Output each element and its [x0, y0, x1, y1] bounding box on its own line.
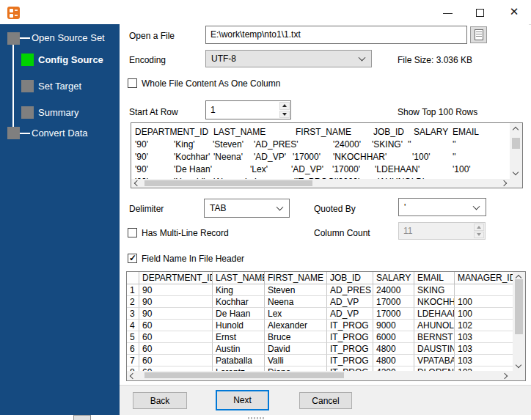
encoding-select[interactable]: UTF-8 — [205, 50, 372, 67]
preview-cell: 'AD_VP' — [254, 151, 286, 163]
column-count-spinner: 11 — [398, 222, 486, 240]
table-header-row: DEPARTMENT_IDLAST_NAMEFIRST_NAMEJOB_IDSA… — [127, 272, 525, 284]
whole-file-checkbox-label: Whole File Content As One Column — [142, 78, 280, 89]
table-header-cell: DEPARTMENT_ID — [139, 272, 213, 284]
preview-cell: 'AD_PRES' — [254, 139, 299, 151]
chevron-down-icon — [359, 54, 366, 62]
quoted-by-select[interactable]: ' — [398, 198, 486, 216]
preview-cell: 'LDEHAAN' — [375, 163, 420, 176]
preview-cell: '17000' — [332, 163, 360, 176]
table-row[interactable]: 460HunoldAlexanderIT_PROG9000AHUNOLD102 — [127, 320, 525, 331]
start-at-row-spinner[interactable]: 1 — [205, 100, 291, 119]
scroll-down-icon[interactable] — [516, 362, 521, 368]
back-button[interactable]: Back — [133, 392, 187, 409]
field-name-checkbox-label: Field Name In File Header — [142, 253, 244, 265]
quoted-by-label: Quoted By — [314, 203, 356, 215]
scroll-right-icon[interactable] — [501, 180, 507, 186]
preview-cell: '100' — [412, 151, 431, 163]
table-cell: 24000 — [373, 284, 414, 296]
file-preview-pane: DEPARTMENT_IDLAST_NAMEFIRST_NAMEJOB_IDSA… — [131, 122, 523, 188]
table-header-cell: JOB_ID — [327, 272, 373, 284]
step-marker-set-target — [21, 80, 34, 92]
spin-down-button[interactable] — [279, 111, 290, 119]
preview-cell: 'AD_VP' — [291, 163, 323, 176]
scroll-up-icon[interactable] — [513, 127, 519, 133]
table-cell: 4800 — [373, 355, 414, 366]
preview-cell: FIRST_NAME — [296, 126, 351, 139]
table-cell: Alexander — [265, 320, 327, 331]
table-header-cell: SALARY — [373, 272, 414, 284]
scroll-left-icon[interactable] — [134, 180, 140, 186]
scroll-down-icon[interactable] — [513, 169, 519, 175]
table-horizontal-scrollbar[interactable] — [127, 371, 513, 380]
multiline-checkbox-label: Has Multi-Line Record — [142, 227, 229, 239]
preview-cell: 'King' — [174, 139, 195, 151]
table-cell: 90 — [139, 284, 213, 296]
preview-cell: 'NKOCHHAR' — [333, 151, 387, 163]
whole-file-checkbox[interactable] — [128, 78, 137, 88]
table-cell: SKING — [414, 284, 455, 296]
table-cell: 3 — [127, 308, 139, 320]
preview-cell: '' — [453, 139, 456, 151]
preview-cell: LAST_NAME — [213, 126, 266, 139]
file-path-input[interactable]: E:\work\temp\nto1\1.txt — [205, 26, 467, 44]
preview-horizontal-scrollbar[interactable] — [131, 179, 510, 188]
app-icon — [7, 7, 20, 19]
delimiter-label: Delimiter — [129, 203, 164, 215]
encoding-label: Encoding — [129, 54, 166, 66]
table-cell: 17000 — [373, 296, 414, 308]
step-marker-open-source-set — [7, 32, 20, 45]
table-row[interactable]: 760PataballaValliIT_PROG4800VPATABAL103 — [127, 355, 525, 366]
table-header-cell: FIRST_NAME — [265, 272, 327, 284]
preview-cell: '' — [408, 139, 411, 151]
table-row[interactable]: 560ErnstBruceIT_PROG6000BERNST103 — [127, 331, 525, 343]
preview-cell: EMAIL — [453, 126, 479, 139]
next-button[interactable]: Next — [216, 390, 269, 410]
sidebar-step-convert-data: Convert Data — [32, 128, 88, 139]
wizard-window: ✕ Open Source SetConfig SourceSet Target… — [0, 0, 531, 420]
scroll-right-icon[interactable] — [502, 373, 508, 379]
background-window-fragment — [248, 417, 266, 419]
field-name-checkbox[interactable] — [128, 254, 137, 263]
maximize-icon[interactable] — [476, 9, 484, 17]
scroll-left-icon[interactable] — [130, 373, 136, 379]
scrollbar-thumb[interactable] — [512, 138, 520, 149]
close-icon[interactable]: ✕ — [508, 6, 520, 18]
table-cell: 60 — [139, 355, 213, 366]
sidebar-step-config-source: Config Source — [38, 54, 103, 66]
step-marker-summary — [21, 106, 34, 119]
table-cell: IT_PROG — [327, 320, 373, 331]
scrollbar-thumb[interactable] — [515, 279, 523, 334]
table-cell: AD_VP — [327, 308, 373, 320]
column-count-value: 11 — [403, 226, 412, 236]
table-cell: 2 — [127, 296, 139, 308]
table-cell: 4800 — [373, 343, 414, 355]
table-row[interactable]: 190KingStevenAD_PRES24000SKING — [127, 284, 525, 296]
table-cell: 9000 — [373, 320, 414, 331]
table-cell: 90 — [139, 296, 213, 308]
title-bar: ✕ — [0, 0, 531, 24]
preview-vertical-scrollbar[interactable] — [510, 123, 522, 179]
browse-file-button[interactable] — [470, 26, 487, 43]
table-row[interactable]: 290KochharNeenaAD_VP17000NKOCHHAR100 — [127, 296, 525, 308]
quoted-by-value: ' — [404, 202, 406, 213]
minimize-icon[interactable] — [443, 13, 453, 14]
sidebar-step-summary: Summary — [38, 107, 79, 119]
spin-up-button[interactable] — [279, 102, 290, 110]
cancel-button[interactable]: Cancel — [299, 392, 352, 409]
table-row[interactable]: 390De HaanLexAD_VP17000LDEHAAN100 — [127, 308, 525, 320]
table-cell: 4 — [127, 320, 139, 331]
table-vertical-scrollbar[interactable] — [513, 272, 525, 371]
delimiter-select[interactable]: TAB — [204, 199, 290, 218]
preview-cell: SALARY — [414, 126, 448, 139]
parsed-data-table: DEPARTMENT_IDLAST_NAMEFIRST_NAMEJOB_IDSA… — [126, 271, 526, 381]
table-cell: 6000 — [373, 331, 414, 343]
scrollbar-thumb[interactable] — [144, 372, 344, 378]
scrollbar-thumb[interactable] — [144, 180, 312, 186]
multiline-checkbox[interactable] — [128, 228, 137, 237]
table-cell: Pataballa — [213, 355, 265, 366]
table-row[interactable]: 660AustinDavidIT_PROG4800DAUSTIN103 — [127, 343, 525, 355]
encoding-value: UTF-8 — [211, 54, 236, 64]
table-header-cell: LAST_NAME — [213, 272, 265, 284]
start-at-row-label: Start At Row — [129, 106, 178, 118]
